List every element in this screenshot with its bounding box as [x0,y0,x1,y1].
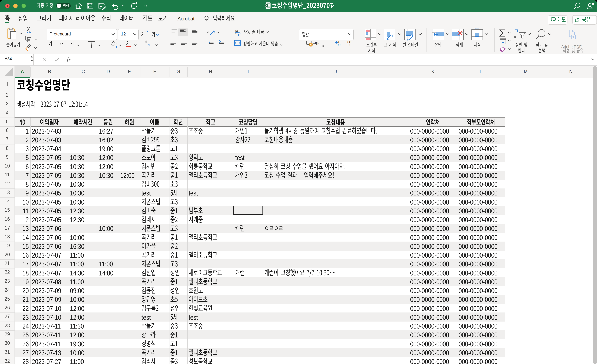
svg-text:fx: fx [67,57,71,62]
